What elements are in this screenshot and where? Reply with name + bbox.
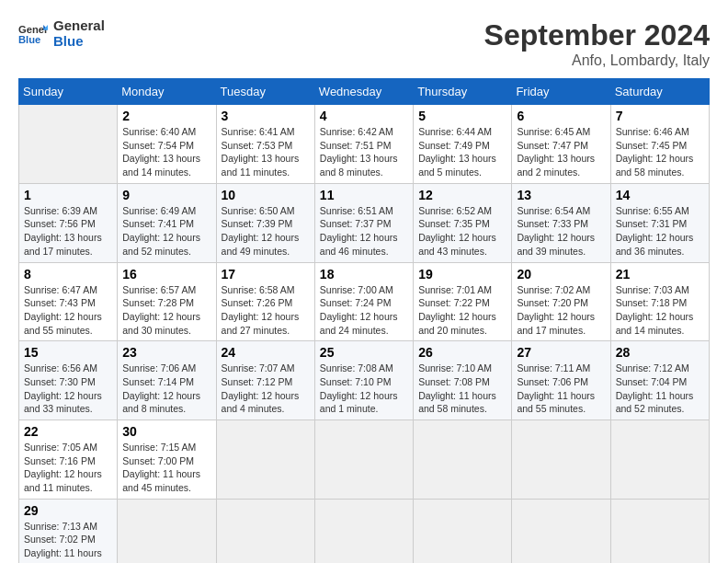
day-number: 5 bbox=[418, 109, 506, 123]
day-number: 14 bbox=[616, 188, 704, 202]
col-friday: Friday bbox=[512, 79, 610, 105]
day-number: 21 bbox=[616, 267, 704, 282]
cell-info: Sunrise: 6:54 AMSunset: 7:33 PMDaylight:… bbox=[517, 204, 605, 259]
table-row: 24Sunrise: 7:07 AMSunset: 7:12 PMDayligh… bbox=[216, 341, 314, 420]
table-row bbox=[314, 499, 413, 563]
day-number: 13 bbox=[517, 188, 605, 202]
cell-info: Sunrise: 6:56 AMSunset: 7:30 PMDaylight:… bbox=[24, 362, 112, 416]
day-number: 24 bbox=[222, 345, 310, 360]
table-row: 7Sunrise: 6:46 AMSunset: 7:45 PMDaylight… bbox=[610, 105, 709, 184]
day-number: 15 bbox=[24, 345, 112, 360]
table-row bbox=[414, 499, 512, 563]
logo-icon: General Blue bbox=[18, 21, 48, 47]
cell-info: Sunrise: 7:07 AMSunset: 7:12 PMDaylight:… bbox=[222, 362, 310, 416]
table-row: 19Sunrise: 7:01 AMSunset: 7:22 PMDayligh… bbox=[414, 262, 512, 341]
cell-info: Sunrise: 6:49 AMSunset: 7:41 PMDaylight:… bbox=[122, 204, 210, 259]
calendar-header-row: Sunday Monday Tuesday Wednesday Thursday… bbox=[19, 79, 710, 105]
cell-info: Sunrise: 7:06 AMSunset: 7:14 PMDaylight:… bbox=[122, 362, 210, 416]
day-number: 6 bbox=[517, 109, 605, 123]
day-number: 19 bbox=[418, 267, 506, 282]
table-row bbox=[512, 499, 610, 563]
table-row: 29Sunrise: 7:13 AMSunset: 7:02 PMDayligh… bbox=[19, 499, 118, 563]
table-row: 21Sunrise: 7:03 AMSunset: 7:18 PMDayligh… bbox=[610, 262, 709, 341]
table-row: 2Sunrise: 6:40 AMSunset: 7:54 PMDaylight… bbox=[118, 105, 216, 184]
logo: General Blue General Blue bbox=[18, 18, 105, 49]
cell-info: Sunrise: 6:44 AMSunset: 7:49 PMDaylight:… bbox=[418, 125, 506, 179]
day-number: 27 bbox=[517, 345, 605, 360]
day-number: 2 bbox=[122, 109, 210, 123]
day-number: 7 bbox=[616, 109, 704, 123]
day-number: 9 bbox=[122, 188, 210, 202]
day-number: 22 bbox=[24, 424, 112, 439]
day-number: 10 bbox=[222, 188, 310, 202]
cell-info: Sunrise: 7:08 AMSunset: 7:10 PMDaylight:… bbox=[320, 362, 408, 416]
col-sunday: Sunday bbox=[19, 79, 118, 105]
day-number: 12 bbox=[418, 188, 506, 202]
day-number: 11 bbox=[320, 188, 408, 202]
table-row: 25Sunrise: 7:08 AMSunset: 7:10 PMDayligh… bbox=[314, 341, 413, 420]
cell-info: Sunrise: 7:03 AMSunset: 7:18 PMDaylight:… bbox=[616, 283, 704, 338]
logo-text-blue: Blue bbox=[53, 34, 105, 50]
col-thursday: Thursday bbox=[414, 79, 512, 105]
cell-info: Sunrise: 6:42 AMSunset: 7:51 PMDaylight:… bbox=[320, 125, 408, 179]
day-number: 26 bbox=[418, 345, 506, 360]
day-number: 3 bbox=[222, 109, 310, 123]
cell-info: Sunrise: 6:45 AMSunset: 7:47 PMDaylight:… bbox=[517, 125, 605, 179]
day-number: 16 bbox=[122, 267, 210, 282]
month-title: September 2024 bbox=[484, 18, 710, 52]
table-row: 9Sunrise: 6:49 AMSunset: 7:41 PMDaylight… bbox=[118, 183, 216, 262]
day-number: 29 bbox=[24, 503, 112, 518]
cell-info: Sunrise: 7:12 AMSunset: 7:04 PMDaylight:… bbox=[616, 362, 704, 416]
table-row: 10Sunrise: 6:50 AMSunset: 7:39 PMDayligh… bbox=[216, 183, 314, 262]
cell-info: Sunrise: 7:01 AMSunset: 7:22 PMDaylight:… bbox=[418, 283, 506, 338]
calendar-week-6: 29Sunrise: 7:13 AMSunset: 7:02 PMDayligh… bbox=[19, 499, 710, 563]
table-row: 15Sunrise: 6:56 AMSunset: 7:30 PMDayligh… bbox=[19, 341, 118, 420]
table-row: 27Sunrise: 7:11 AMSunset: 7:06 PMDayligh… bbox=[512, 341, 610, 420]
table-row bbox=[216, 499, 314, 563]
svg-text:Blue: Blue bbox=[18, 34, 40, 45]
cell-info: Sunrise: 6:47 AMSunset: 7:43 PMDaylight:… bbox=[24, 283, 112, 338]
col-tuesday: Tuesday bbox=[216, 79, 314, 105]
table-row bbox=[118, 499, 216, 563]
cell-info: Sunrise: 7:15 AMSunset: 7:00 PMDaylight:… bbox=[122, 441, 210, 495]
cell-info: Sunrise: 6:58 AMSunset: 7:26 PMDaylight:… bbox=[222, 283, 310, 338]
table-row: 26Sunrise: 7:10 AMSunset: 7:08 PMDayligh… bbox=[414, 341, 512, 420]
table-row bbox=[216, 420, 314, 500]
col-saturday: Saturday bbox=[610, 79, 709, 105]
table-row: 12Sunrise: 6:52 AMSunset: 7:35 PMDayligh… bbox=[414, 183, 512, 262]
cell-info: Sunrise: 7:10 AMSunset: 7:08 PMDaylight:… bbox=[418, 362, 506, 416]
cell-info: Sunrise: 7:05 AMSunset: 7:16 PMDaylight:… bbox=[24, 441, 112, 495]
cell-info: Sunrise: 7:00 AMSunset: 7:24 PMDaylight:… bbox=[320, 283, 408, 338]
cell-info: Sunrise: 6:40 AMSunset: 7:54 PMDaylight:… bbox=[122, 125, 210, 179]
table-row: 22Sunrise: 7:05 AMSunset: 7:16 PMDayligh… bbox=[19, 420, 118, 500]
cell-info: Sunrise: 6:51 AMSunset: 7:37 PMDaylight:… bbox=[320, 204, 408, 259]
cell-info: Sunrise: 6:46 AMSunset: 7:45 PMDaylight:… bbox=[616, 125, 704, 179]
cell-info: Sunrise: 7:11 AMSunset: 7:06 PMDaylight:… bbox=[517, 362, 605, 416]
table-row: 5Sunrise: 6:44 AMSunset: 7:49 PMDaylight… bbox=[414, 105, 512, 184]
cell-info: Sunrise: 7:02 AMSunset: 7:20 PMDaylight:… bbox=[517, 283, 605, 338]
calendar-week-1: 2Sunrise: 6:40 AMSunset: 7:54 PMDaylight… bbox=[19, 105, 710, 184]
table-row: 28Sunrise: 7:12 AMSunset: 7:04 PMDayligh… bbox=[610, 341, 709, 420]
day-number: 28 bbox=[616, 345, 704, 360]
title-section: September 2024 Anfo, Lombardy, Italy bbox=[484, 18, 710, 69]
calendar-body: 2Sunrise: 6:40 AMSunset: 7:54 PMDaylight… bbox=[19, 105, 710, 564]
table-row: 1Sunrise: 6:39 AMSunset: 7:56 PMDaylight… bbox=[19, 183, 118, 262]
col-monday: Monday bbox=[118, 79, 216, 105]
cell-info: Sunrise: 6:39 AMSunset: 7:56 PMDaylight:… bbox=[24, 204, 112, 259]
calendar-week-4: 15Sunrise: 6:56 AMSunset: 7:30 PMDayligh… bbox=[19, 341, 710, 420]
table-row: 11Sunrise: 6:51 AMSunset: 7:37 PMDayligh… bbox=[314, 183, 413, 262]
table-row: 17Sunrise: 6:58 AMSunset: 7:26 PMDayligh… bbox=[216, 262, 314, 341]
table-row: 20Sunrise: 7:02 AMSunset: 7:20 PMDayligh… bbox=[512, 262, 610, 341]
table-row: 6Sunrise: 6:45 AMSunset: 7:47 PMDaylight… bbox=[512, 105, 610, 184]
day-number: 18 bbox=[320, 267, 408, 282]
day-number: 8 bbox=[24, 267, 112, 282]
table-row bbox=[512, 420, 610, 500]
table-row: 16Sunrise: 6:57 AMSunset: 7:28 PMDayligh… bbox=[118, 262, 216, 341]
day-number: 23 bbox=[122, 345, 210, 360]
cell-info: Sunrise: 6:50 AMSunset: 7:39 PMDaylight:… bbox=[222, 204, 310, 259]
table-row: 13Sunrise: 6:54 AMSunset: 7:33 PMDayligh… bbox=[512, 183, 610, 262]
table-row bbox=[314, 420, 413, 500]
day-number: 1 bbox=[24, 188, 112, 202]
cell-info: Sunrise: 6:57 AMSunset: 7:28 PMDaylight:… bbox=[122, 283, 210, 338]
day-number: 25 bbox=[320, 345, 408, 360]
